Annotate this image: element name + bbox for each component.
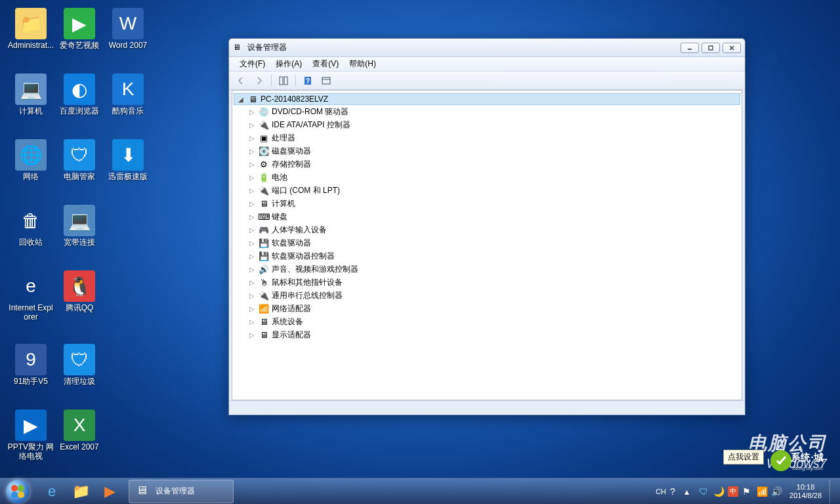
expand-arrow-icon[interactable] [249,305,257,312]
moon-tray-icon[interactable]: 🌙 [713,486,724,497]
expand-arrow-icon[interactable] [249,266,257,273]
chevron-up-icon[interactable]: ▴ [684,486,695,497]
taskbar-item-device-manager[interactable]: 🖥 设备管理器 [129,480,234,503]
volume-tray-icon[interactable]: 🔊 [771,486,782,497]
explorer-pinned-icon[interactable]: 📁 [67,480,94,503]
menu-item[interactable]: 文件(F) [234,57,270,71]
desktop-icon[interactable]: 🛡电脑管家 [55,139,104,181]
computer-icon: 🖥 [247,94,258,104]
desktop-icon[interactable]: 📁Administrat... [7,8,55,50]
device-category-icon: 💾 [259,238,269,248]
expand-arrow-icon[interactable] [249,187,257,194]
expand-arrow-icon[interactable] [249,148,257,155]
expand-arrow-icon[interactable] [249,213,257,220]
expand-arrow-icon[interactable] [249,174,257,181]
tree-node[interactable]: 💾软盘驱动器 [234,236,740,249]
menu-item[interactable]: 查看(V) [307,57,344,71]
expand-arrow-icon[interactable] [249,279,257,286]
tree-node[interactable]: 💾软盘驱动器控制器 [234,249,740,262]
expand-arrow-icon[interactable] [249,226,257,234]
close-button[interactable] [723,43,741,53]
desktop-icon[interactable]: XExcel 2007 [55,410,104,452]
expand-arrow-icon[interactable] [249,318,257,326]
tree-node[interactable]: 🔌IDE ATA/ATAPI 控制器 [234,118,740,131]
expand-arrow-icon[interactable] [249,240,257,247]
network-tray-icon[interactable]: 📶 [757,486,767,497]
expand-arrow-icon[interactable] [249,121,257,129]
desktop-icon[interactable]: K酷狗音乐 [104,74,152,116]
device-category-icon: 💾 [259,251,269,261]
pinned-apps: e 📁 ▶ [35,480,126,503]
desktop-icon[interactable]: ▶PPTV聚力 网络电视 [7,410,55,461]
desktop-icon[interactable]: 🗑回收站 [7,205,55,247]
desktop-icon[interactable]: 🌐网络 [7,139,55,181]
icon-label: 91助手V5 [7,377,55,386]
tree-node[interactable]: 💿DVD/CD-ROM 驱动器 [234,105,740,118]
device-category-icon: ▣ [259,133,269,143]
desktop-icon[interactable]: ⬇迅雷极速版 [104,139,152,181]
svg-rect-4 [280,77,283,85]
desktop-icon[interactable]: 💻宽带连接 [55,205,104,247]
svg-point-15 [11,492,18,498]
tree-node[interactable]: 🔋电池 [234,171,740,184]
ie-pinned-icon[interactable]: e [38,480,66,503]
expand-arrow-icon[interactable] [249,108,257,116]
desktop-icon[interactable]: 🐧腾讯QQ [55,270,104,312]
tree-node[interactable]: 🖥计算机 [234,197,740,210]
node-label: 显示适配器 [272,329,311,341]
tree-node[interactable]: 🖥系统设备 [234,315,740,328]
expand-arrow-icon[interactable] [249,331,257,339]
show-desktop-button[interactable] [830,480,835,503]
forward-button[interactable] [251,74,267,88]
ime-language[interactable]: CH [656,488,666,495]
tree-node[interactable]: ▣处理器 [234,131,740,144]
menu-item[interactable]: 操作(A) [270,57,307,71]
expand-arrow-icon[interactable] [249,161,257,168]
tree-node[interactable]: 🖥显示适配器 [234,328,740,341]
device-category-icon: 🖥 [259,316,269,327]
tree-node[interactable]: 🎮人体学输入设备 [234,223,740,236]
ime-badge-icon[interactable]: 中 [728,486,738,497]
desktop-icon[interactable]: eInternet Explorer [7,270,55,322]
separator [271,75,272,87]
start-button[interactable] [0,478,35,505]
expand-arrow-icon[interactable] [249,292,257,299]
expand-arrow-icon[interactable] [249,135,257,142]
menu-item[interactable]: 帮助(H) [344,57,381,71]
desktop-icon[interactable]: 🛡清理垃圾 [55,344,104,386]
desktop-icon[interactable]: 991助手V5 [7,344,55,386]
maximize-button[interactable] [702,43,720,53]
tree-node[interactable]: 💽磁盘驱动器 [234,144,740,158]
titlebar[interactable]: 🖥 设备管理器 [229,39,745,57]
icon-label: Excel 2007 [55,442,104,452]
desktop-icon[interactable]: ◐百度浏览器 [55,74,104,116]
desktop-icon[interactable]: ▶爱奇艺视频 [55,8,104,50]
flag-tray-icon[interactable]: ⚑ [742,486,753,497]
back-button[interactable] [233,74,249,88]
desktop-icon[interactable]: WWord 2007 [104,8,152,50]
tree-node[interactable]: 🔌端口 (COM 和 LPT) [234,184,740,197]
tree-node[interactable]: ⌨键盘 [234,210,740,223]
tree-node[interactable]: 📶网络适配器 [234,302,740,315]
expand-arrow-icon[interactable] [238,96,246,103]
help-button[interactable]: ? [300,74,316,88]
icon-label: 百度浏览器 [55,106,104,116]
media-player-pinned-icon[interactable]: ▶ [96,480,123,503]
desktop-icon[interactable]: 💻计算机 [7,74,55,116]
minimize-button[interactable] [681,43,699,53]
tree-root[interactable]: 🖥PC-20140823ELVZ [234,93,740,105]
tree-node[interactable]: 🔊声音、视频和游戏控制器 [234,262,740,276]
app-glyph-icon: X [64,410,95,441]
help-tray-icon[interactable]: ? [670,486,681,497]
device-tree[interactable]: 🖥PC-20140823ELVZ💿DVD/CD-ROM 驱动器🔌IDE ATA/… [232,91,742,344]
tree-node[interactable]: ⚙存储控制器 [234,158,740,171]
security-tray-icon[interactable]: 🛡 [699,486,709,497]
node-label: 网络适配器 [272,303,311,314]
expand-arrow-icon[interactable] [249,253,257,260]
tree-node[interactable]: 🖱鼠标和其他指针设备 [234,276,740,289]
show-hide-tree-button[interactable] [276,74,291,88]
tree-node[interactable]: 🔌通用串行总线控制器 [234,289,740,302]
properties-button[interactable] [318,74,334,88]
expand-arrow-icon[interactable] [249,200,257,207]
clock[interactable]: 10:18 2014/8/28 [786,483,826,500]
